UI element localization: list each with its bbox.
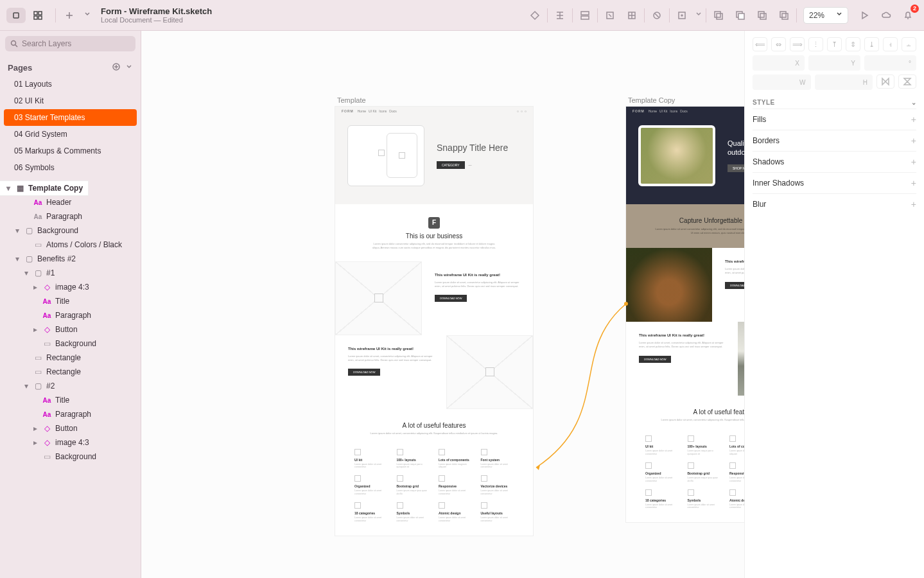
layer-row[interactable]: AaParagraph [0, 407, 141, 421]
y-field[interactable]: Y [808, 55, 860, 71]
inspector-section-shadows[interactable]: Shadows+ [753, 151, 916, 172]
rotate-button[interactable] [647, 6, 667, 25]
create-symbol-button[interactable] [525, 6, 545, 25]
distribute-h-button[interactable]: ⫞ [883, 37, 898, 51]
insert-dropdown[interactable] [83, 6, 92, 25]
layer-row[interactable]: ▸◇Button [0, 421, 141, 435]
flip-h-button[interactable] [876, 74, 894, 89]
grid-icon [33, 10, 43, 21]
align-center-v-button[interactable]: ⇕ [846, 37, 860, 51]
add-page-button[interactable] [112, 62, 120, 73]
layer-row[interactable]: ▸◇image 4:3 [0, 435, 141, 450]
components-view-button[interactable] [28, 8, 48, 23]
align-more-button[interactable]: ⋮ [808, 37, 823, 51]
artboard-template[interactable]: FORMHomeUI KitIconsDocs○○○ Snappy Title … [335, 107, 533, 536]
layer-row[interactable]: ▭Atoms / Colors / Black [0, 238, 141, 252]
search-input[interactable]: Search Layers [5, 36, 135, 51]
add-borders-button[interactable]: + [911, 136, 916, 146]
add-shadows-button[interactable]: + [911, 157, 916, 167]
cloud-button[interactable] [876, 6, 896, 25]
add-blur-button[interactable]: + [911, 199, 916, 209]
add-fills-button[interactable]: + [911, 114, 916, 125]
x-field[interactable]: X [753, 55, 805, 71]
layer-row[interactable]: ▸◇image 4:3 [0, 280, 141, 294]
style-expand-icon[interactable]: ⌄ [911, 99, 917, 106]
intersect-button[interactable] [753, 6, 772, 25]
align-bottom-button[interactable]: ⤓ [864, 37, 879, 51]
disclosure-icon[interactable]: ▸ [32, 438, 39, 447]
subtract-button[interactable] [731, 6, 750, 25]
collapse-pages-button[interactable] [125, 62, 133, 73]
union-icon [713, 10, 724, 21]
tidy-button[interactable] [575, 6, 595, 25]
align-top-button[interactable]: ⤒ [827, 37, 842, 51]
layer-row[interactable]: AaParagraph [0, 209, 141, 223]
align-left-button[interactable]: ⟸ [753, 37, 767, 51]
disclosure-icon[interactable]: ▸ [32, 325, 39, 334]
layer-row[interactable]: AaTitle [0, 393, 141, 407]
disclosure-icon[interactable]: ▸ [32, 283, 39, 292]
w-field[interactable]: W [753, 74, 811, 90]
notifications-button[interactable]: 2 [898, 6, 918, 25]
union-button[interactable] [709, 6, 728, 25]
svg-rect-12 [715, 12, 720, 17]
canvas-view-button[interactable] [6, 8, 26, 23]
page-item-06-symbols[interactable]: 06 Symbols [0, 159, 141, 176]
h-field[interactable]: H [815, 74, 873, 90]
folder-icon: ▢ [24, 254, 33, 263]
artboard-template-copy[interactable]: FORMHomeUI KitIconsDocs○○○ Quality video… [626, 107, 744, 522]
page-item-02-ui-kit[interactable]: 02 UI Kit [0, 92, 141, 109]
preview-button[interactable] [855, 6, 874, 25]
layer-row[interactable]: ▭Background [0, 337, 141, 351]
distribute-v-button[interactable]: ⫠ [902, 37, 916, 51]
disclosure-icon[interactable]: ▾ [14, 226, 21, 235]
inspector-section-borders[interactable]: Borders+ [753, 130, 916, 151]
inspector-section-inner-shadows[interactable]: Inner Shadows+ [753, 172, 916, 193]
layer-row[interactable]: AaParagraph [0, 308, 141, 322]
artboard-label[interactable]: Template Copy [628, 96, 675, 104]
layer-row[interactable]: AaHeader [0, 195, 141, 209]
align-right-button[interactable]: ⟹ [790, 37, 805, 51]
edit-dropdown[interactable] [694, 6, 703, 25]
position-row: X Y ° [753, 55, 916, 71]
layer-row[interactable]: ▾▢#2 [0, 379, 141, 393]
layer-row[interactable]: ▭Rectangle [0, 351, 141, 365]
page-item-03-starter-templates[interactable]: 03 Starter Templates [4, 109, 137, 126]
transform-button[interactable] [622, 6, 641, 25]
inspector-section-blur[interactable]: Blur+ [753, 193, 916, 215]
layer-row[interactable]: ▭Rectangle [0, 365, 141, 379]
layer-row[interactable]: ▭Background [0, 450, 141, 464]
disclosure-icon[interactable]: ▾ [5, 184, 12, 193]
style-header: STYLE⌄ [753, 94, 916, 109]
disclosure-icon[interactable]: ▸ [32, 424, 39, 433]
insert-button[interactable] [60, 6, 79, 25]
page-item-05-markups-comments[interactable]: 05 Markups & Comments [0, 143, 141, 159]
rotation-field[interactable]: ° [864, 55, 916, 71]
scale-button[interactable] [600, 6, 620, 25]
layer-row[interactable]: ▾▦Template Copy [0, 181, 88, 195]
layer-row[interactable]: ▾▢Benefits #2 [0, 252, 141, 266]
edit-button[interactable] [672, 6, 692, 25]
layer-row[interactable]: ▸◇Button [0, 322, 141, 337]
align-center-h-button[interactable]: ⇔ [771, 37, 786, 51]
layer-row[interactable]: AaTitle [0, 294, 141, 308]
layer-row[interactable]: ▾▢#1 [0, 266, 141, 280]
difference-button[interactable] [774, 6, 794, 25]
disclosure-icon[interactable]: ▾ [14, 254, 21, 263]
chevron-down-icon [84, 10, 91, 21]
add-inner-shadows-button[interactable]: + [911, 178, 916, 188]
inspector-section-fills[interactable]: Fills+ [753, 109, 916, 130]
canvas[interactable]: Template FORMHomeUI KitIconsDocs○○○ Snap… [141, 31, 744, 578]
page-item-01-layouts[interactable]: 01 Layouts [0, 76, 141, 92]
disclosure-icon[interactable]: ▾ [23, 381, 30, 390]
flip-v-button[interactable] [898, 74, 916, 89]
artboard-label[interactable]: Template [337, 96, 366, 104]
layer-label: Paragraph [55, 410, 91, 419]
distribute-button[interactable] [550, 6, 570, 25]
page-item-04-grid-system[interactable]: 04 Grid System [0, 126, 141, 143]
disclosure-icon[interactable]: ▾ [23, 268, 30, 277]
section-label: Blur [753, 200, 766, 209]
placeholder-icon [397, 449, 403, 455]
zoom-select[interactable]: 22% [803, 7, 848, 24]
layer-row[interactable]: ▾▢Background [0, 223, 141, 238]
